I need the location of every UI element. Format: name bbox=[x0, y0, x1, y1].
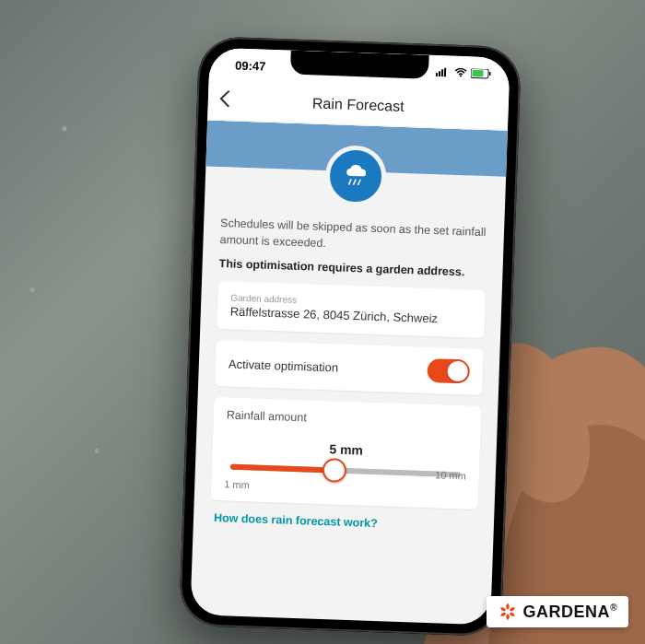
svg-point-12 bbox=[505, 609, 510, 615]
hero-icon-container bbox=[205, 140, 507, 211]
svg-rect-3 bbox=[441, 69, 443, 76]
svg-rect-2 bbox=[439, 71, 440, 76]
phone-frame: 09:47 Rain Forecast bbox=[179, 36, 522, 637]
slider-max: 10 mm bbox=[435, 470, 466, 482]
rainfall-label: Rainfall amount bbox=[227, 409, 468, 430]
status-icons bbox=[436, 67, 491, 79]
slider-min: 1 mm bbox=[224, 479, 250, 491]
slider-thumb[interactable] bbox=[322, 458, 346, 483]
svg-rect-4 bbox=[444, 67, 446, 76]
activate-card: Activate optimisation bbox=[215, 340, 484, 395]
content-area: Schedules will be skipped as soon as the… bbox=[193, 201, 504, 543]
rainfall-slider[interactable] bbox=[230, 464, 461, 478]
svg-line-11 bbox=[358, 180, 360, 184]
slider-fill bbox=[230, 464, 334, 474]
svg-line-9 bbox=[349, 180, 351, 184]
requirement-text: This optimisation requires a garden addr… bbox=[218, 257, 486, 279]
chevron-left-icon bbox=[219, 89, 231, 106]
description-text: Schedules will be skipped as soon as the… bbox=[219, 215, 487, 257]
brand-badge: GARDENA® bbox=[487, 596, 628, 627]
rainfall-card: Rainfall amount 5 mm 1 mm 10 mm bbox=[211, 397, 482, 509]
svg-rect-8 bbox=[489, 72, 491, 76]
svg-line-10 bbox=[354, 180, 356, 184]
gardena-logo-icon bbox=[498, 602, 518, 622]
activate-toggle[interactable] bbox=[427, 358, 470, 384]
signal-icon bbox=[436, 67, 451, 77]
wifi-icon bbox=[454, 68, 467, 77]
page-title: Rain Forecast bbox=[208, 91, 509, 118]
brand-name: GARDENA® bbox=[523, 603, 617, 622]
battery-icon bbox=[471, 68, 491, 79]
status-time: 09:47 bbox=[228, 58, 266, 73]
scene-background: 09:47 Rain Forecast bbox=[0, 0, 645, 644]
rain-cloud-icon bbox=[324, 145, 387, 207]
phone-notch bbox=[290, 51, 429, 79]
address-card[interactable]: Garden address Räffelstrasse 26, 8045 Zü… bbox=[217, 281, 486, 338]
slider-range-labels: 1 mm 10 mm bbox=[224, 479, 465, 498]
rainfall-value: 5 mm bbox=[225, 439, 466, 462]
activate-label: Activate optimisation bbox=[229, 357, 339, 374]
toggle-knob bbox=[447, 361, 468, 382]
svg-rect-7 bbox=[472, 69, 483, 76]
svg-point-5 bbox=[460, 75, 462, 76]
svg-rect-1 bbox=[436, 73, 438, 76]
help-link[interactable]: How does rain forecast work? bbox=[214, 511, 474, 533]
back-button[interactable] bbox=[218, 89, 230, 111]
phone-screen: 09:47 Rain Forecast bbox=[190, 47, 510, 625]
